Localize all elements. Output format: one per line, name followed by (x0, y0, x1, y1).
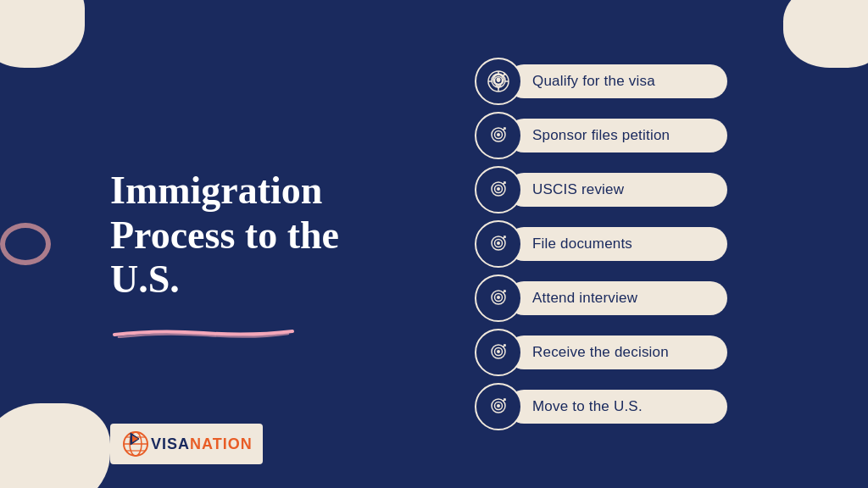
left-panel: ImmigrationProcess to theU.S. (51, 0, 466, 488)
step-item-4: File documents (475, 220, 834, 268)
step-label-3: USCIS review (507, 173, 727, 207)
step-icon-4 (475, 220, 522, 268)
step-label-1: Qualify for the visa (507, 64, 727, 98)
logo-visa: VISA (151, 435, 190, 452)
step-label-7: Move to the U.S. (507, 390, 727, 424)
svg-point-36 (497, 350, 500, 353)
step-icon-1 (475, 58, 522, 105)
step-label-5: Attend interview (507, 281, 727, 315)
logo-nation: NATION (190, 435, 253, 452)
blob-accent-top-right (0, 223, 51, 265)
page-container: ImmigrationProcess to theU.S. (0, 0, 868, 488)
step-icon-2 (475, 112, 522, 159)
svg-point-24 (497, 187, 500, 191)
step-icon-3 (475, 166, 522, 214)
step-item-6: Receive the decision (475, 329, 834, 376)
step-item-2: Sponsor files petition (475, 112, 834, 159)
step-item-7: Move to the U.S. (475, 383, 834, 430)
svg-point-40 (497, 404, 500, 408)
step-item-1: Qualify for the visa (475, 58, 834, 105)
svg-point-20 (497, 133, 500, 136)
title-underline (110, 326, 297, 336)
step-label-2: Sponsor files petition (507, 119, 727, 152)
step-label-4: File documents (507, 227, 727, 261)
svg-point-28 (497, 241, 500, 245)
step-item-5: Attend interview (475, 274, 834, 322)
step-label-6: Receive the decision (507, 336, 727, 369)
svg-point-14 (497, 79, 500, 82)
right-panel: Qualify for the visa Sponsor files petit… (466, 0, 868, 488)
logo-wrapper: VISANATION (110, 424, 263, 464)
logo-icon (120, 429, 151, 459)
logo-text: VISANATION (151, 435, 253, 453)
svg-point-32 (497, 296, 500, 299)
page-title: ImmigrationProcess to theU.S. (110, 169, 424, 303)
step-icon-7 (475, 383, 522, 430)
logo: VISANATION (110, 424, 263, 464)
step-icon-6 (475, 329, 522, 376)
step-item-3: USCIS review (475, 166, 834, 214)
step-icon-5 (475, 274, 522, 322)
